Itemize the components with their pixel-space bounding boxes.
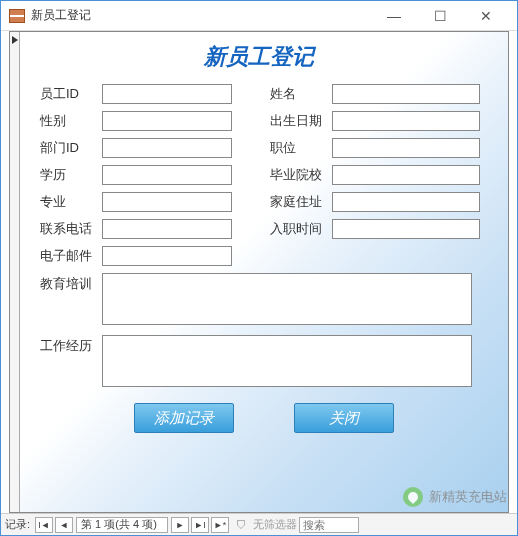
current-record-icon <box>12 36 18 44</box>
label-birth: 出生日期 <box>270 112 332 130</box>
nav-new-button[interactable]: ►* <box>211 517 229 533</box>
nav-prev-button[interactable]: ◄ <box>55 517 73 533</box>
input-school[interactable] <box>332 165 480 185</box>
nav-next-button[interactable]: ► <box>171 517 189 533</box>
filter-status: 无筛选器 <box>253 517 297 532</box>
add-record-button[interactable]: 添加记录 <box>134 403 234 433</box>
window-title: 新员工登记 <box>31 7 371 24</box>
input-gender[interactable] <box>102 111 232 131</box>
filter-icon: ⛉ <box>236 519 247 531</box>
input-phone[interactable] <box>102 219 232 239</box>
titlebar: 新员工登记 — ☐ ✕ <box>1 1 517 31</box>
watermark: 新精英充电站 <box>403 487 507 507</box>
input-work-exp[interactable] <box>102 335 472 387</box>
form-title: 新员工登记 <box>10 32 508 80</box>
input-edu[interactable] <box>102 165 232 185</box>
label-emp-id: 员工ID <box>40 85 102 103</box>
input-hire[interactable] <box>332 219 480 239</box>
wechat-icon <box>403 487 423 507</box>
input-addr[interactable] <box>332 192 480 212</box>
label-dept-id: 部门ID <box>40 139 102 157</box>
search-input[interactable] <box>299 517 359 533</box>
record-navigation-bar: 记录: I◄ ◄ 第 1 项(共 4 项) ► ►I ►* ⛉ 无筛选器 <box>1 513 517 535</box>
label-major: 专业 <box>40 193 102 211</box>
label-email: 电子邮件 <box>40 247 102 265</box>
label-job: 职位 <box>270 139 332 157</box>
label-phone: 联系电话 <box>40 220 102 238</box>
input-name[interactable] <box>332 84 480 104</box>
minimize-button[interactable]: — <box>371 2 417 30</box>
form-body: 新员工登记 员工ID 姓名 性别 出生日期 <box>9 31 509 513</box>
input-training[interactable] <box>102 273 472 325</box>
label-hire: 入职时间 <box>270 220 332 238</box>
input-email[interactable] <box>102 246 232 266</box>
label-addr: 家庭住址 <box>270 193 332 211</box>
label-training: 教育培训 <box>40 273 102 293</box>
record-position[interactable]: 第 1 项(共 4 项) <box>76 517 168 533</box>
input-emp-id[interactable] <box>102 84 232 104</box>
nav-last-button[interactable]: ►I <box>191 517 209 533</box>
window: 新员工登记 — ☐ ✕ 新员工登记 员工ID 姓名 <box>0 0 518 536</box>
close-form-button[interactable]: 关闭 <box>294 403 394 433</box>
maximize-button[interactable]: ☐ <box>417 2 463 30</box>
input-major[interactable] <box>102 192 232 212</box>
form-icon <box>9 9 25 23</box>
label-gender: 性别 <box>40 112 102 130</box>
input-dept-id[interactable] <box>102 138 232 158</box>
label-school: 毕业院校 <box>270 166 332 184</box>
label-work-exp: 工作经历 <box>40 335 102 355</box>
watermark-text: 新精英充电站 <box>429 488 507 506</box>
input-birth[interactable] <box>332 111 480 131</box>
label-name: 姓名 <box>270 85 332 103</box>
label-edu: 学历 <box>40 166 102 184</box>
nav-first-button[interactable]: I◄ <box>35 517 53 533</box>
close-button[interactable]: ✕ <box>463 2 509 30</box>
records-label: 记录: <box>5 517 30 532</box>
input-job[interactable] <box>332 138 480 158</box>
record-selector[interactable] <box>10 32 20 512</box>
